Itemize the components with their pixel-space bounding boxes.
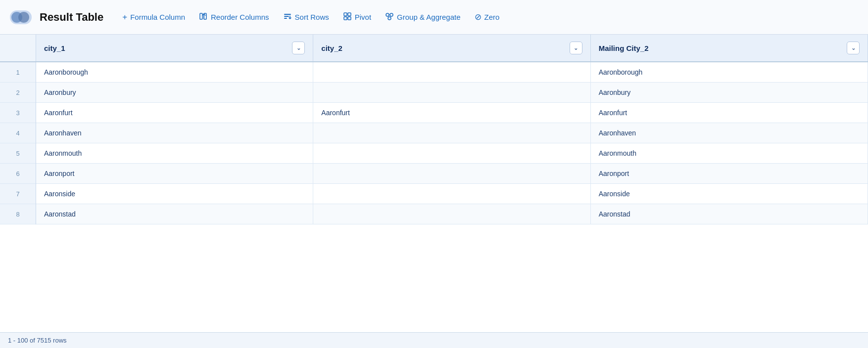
result-table: city_1 ⌄ city_2 ⌄ Mailing City_2 ⌄ [0, 35, 868, 224]
cell-mailing_city2: Aaronside [590, 184, 868, 204]
svg-point-6 [386, 13, 389, 16]
reorder-columns-label: Reorder Columns [211, 13, 269, 21]
row-number: 4 [0, 123, 36, 143]
svg-rect-2 [344, 13, 347, 16]
cell-city2 [313, 184, 590, 204]
col-header-city1: city_1 ⌄ [36, 35, 313, 62]
cell-city1: Aaronstad [36, 204, 313, 224]
table-row: 1AaronboroughAaronborough [0, 62, 868, 83]
col-header-mailing-city2: Mailing City_2 ⌄ [590, 35, 868, 62]
sort-rows-button[interactable]: Sort Rows [278, 9, 334, 25]
cell-mailing_city2: Aaronborough [590, 62, 868, 83]
sort-rows-icon [283, 12, 292, 22]
pivot-label: Pivot [355, 13, 371, 21]
sort-rows-label: Sort Rows [295, 13, 329, 21]
row-number: 1 [0, 62, 36, 83]
reorder-columns-icon [199, 12, 208, 22]
cell-city1: Aaronport [36, 164, 313, 184]
toggle-button[interactable] [10, 10, 32, 24]
page-title: Result Table [40, 11, 103, 24]
col-city1-dropdown-btn[interactable]: ⌄ [292, 42, 305, 54]
formula-column-button[interactable]: + Formula Column [117, 10, 190, 24]
table-header-row: city_1 ⌄ city_2 ⌄ Mailing City_2 ⌄ [0, 35, 868, 62]
col-mailing-city2-label: Mailing City_2 [599, 44, 649, 52]
formula-column-icon: + [122, 13, 127, 21]
row-number: 7 [0, 184, 36, 204]
cell-mailing_city2: Aaronfurt [590, 103, 868, 123]
svg-rect-3 [348, 13, 351, 16]
col-city2-label: city_2 [321, 44, 342, 52]
table-row: 2AaronburyAaronbury [0, 83, 868, 103]
pivot-button[interactable]: Pivot [338, 9, 376, 25]
cell-mailing_city2: Aaronmouth [590, 143, 868, 164]
cell-city1: Aaronfurt [36, 103, 313, 123]
svg-point-7 [390, 13, 393, 16]
cell-city1: Aaronborough [36, 62, 313, 83]
cell-city2 [313, 143, 590, 164]
cell-city2 [313, 83, 590, 103]
row-count-status: 1 - 100 of 7515 rows [8, 337, 67, 344]
svg-rect-4 [344, 17, 347, 20]
row-number: 6 [0, 164, 36, 184]
cell-mailing_city2: Aaronbury [590, 83, 868, 103]
pivot-icon [343, 12, 352, 22]
zero-icon: ⊘ [475, 13, 482, 21]
table-row: 8AaronstadAaronstad [0, 204, 868, 224]
formula-column-label: Formula Column [130, 13, 185, 21]
col-city1-label: city_1 [44, 44, 65, 52]
cell-mailing_city2: Aaronstad [590, 204, 868, 224]
status-bar: 1 - 100 of 7515 rows [0, 332, 868, 348]
zero-label: Zero [484, 13, 500, 21]
cell-city1: Aaronmouth [36, 143, 313, 164]
col-city2-dropdown-btn[interactable]: ⌄ [570, 42, 582, 54]
toolbar: Result Table + Formula Column Reorder Co… [0, 0, 868, 35]
table-container: city_1 ⌄ city_2 ⌄ Mailing City_2 ⌄ [0, 35, 868, 332]
svg-rect-0 [200, 13, 202, 19]
svg-rect-5 [348, 17, 351, 20]
row-number: 3 [0, 103, 36, 123]
cell-city1: Aaronbury [36, 83, 313, 103]
reorder-columns-button[interactable]: Reorder Columns [194, 9, 274, 25]
row-number-header [0, 35, 36, 62]
group-aggregate-label: Group & Aggregate [397, 13, 460, 21]
col-header-city2: city_2 ⌄ [313, 35, 590, 62]
cell-mailing_city2: Aaronhaven [590, 123, 868, 143]
group-aggregate-button[interactable]: Group & Aggregate [380, 9, 465, 25]
cell-city2 [313, 62, 590, 83]
svg-point-8 [388, 17, 391, 20]
table-row: 5AaronmouthAaronmouth [0, 143, 868, 164]
table-row: 3AaronfurtAaronfurtAaronfurt [0, 103, 868, 123]
cell-city1: Aaronside [36, 184, 313, 204]
table-row: 4AaronhavenAaronhaven [0, 123, 868, 143]
row-number: 2 [0, 83, 36, 103]
cell-city2: Aaronfurt [313, 103, 590, 123]
cell-city1: Aaronhaven [36, 123, 313, 143]
row-number: 8 [0, 204, 36, 224]
col-mailing-city2-dropdown-btn[interactable]: ⌄ [847, 42, 860, 54]
table-row: 6AaronportAaronport [0, 164, 868, 184]
cell-city2 [313, 204, 590, 224]
cell-city2 [313, 123, 590, 143]
zero-button[interactable]: ⊘ Zero [470, 10, 505, 24]
row-number: 5 [0, 143, 36, 164]
group-aggregate-icon [385, 12, 394, 22]
cell-mailing_city2: Aaronport [590, 164, 868, 184]
table-row: 7AaronsideAaronside [0, 184, 868, 204]
cell-city2 [313, 164, 590, 184]
